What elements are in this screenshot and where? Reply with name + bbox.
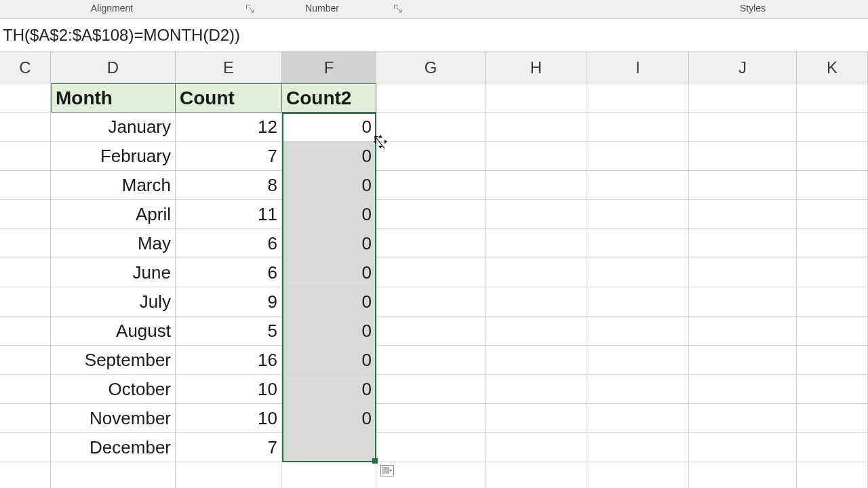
- cell-I14[interactable]: [587, 462, 689, 488]
- cell-count[interactable]: 8: [176, 171, 282, 200]
- cell-C14[interactable]: [0, 462, 51, 488]
- cell-K3[interactable]: [797, 142, 868, 171]
- cell-count[interactable]: 6: [176, 229, 282, 258]
- cell-G5[interactable]: [376, 200, 486, 229]
- cell-count2[interactable]: 0: [282, 317, 376, 346]
- cell-K10[interactable]: [797, 346, 868, 375]
- cell-J4[interactable]: [689, 171, 797, 200]
- cell-count[interactable]: 12: [176, 113, 282, 142]
- cell-I2[interactable]: [587, 113, 689, 142]
- cell-G12[interactable]: [376, 404, 486, 433]
- cell-K2[interactable]: [797, 113, 868, 142]
- cell-I6[interactable]: [587, 229, 689, 258]
- number-dialog-launcher-icon[interactable]: [393, 4, 403, 14]
- cell-K6[interactable]: [797, 229, 868, 258]
- cell-I12[interactable]: [587, 404, 689, 433]
- cell-count2[interactable]: 0: [282, 375, 376, 404]
- cell-K11[interactable]: [797, 375, 868, 404]
- cell-K8[interactable]: [797, 287, 868, 317]
- cell-G2[interactable]: [376, 113, 486, 142]
- cell-J13[interactable]: [689, 433, 797, 462]
- cell-H13[interactable]: [486, 433, 587, 462]
- cell-K4[interactable]: [797, 171, 868, 200]
- cell-I8[interactable]: [587, 287, 689, 317]
- column-header-K[interactable]: K: [797, 52, 868, 83]
- cell-G3[interactable]: [376, 142, 486, 171]
- spreadsheet-grid[interactable]: CDEFGHIJK MonthCountCount2January120Febr…: [0, 52, 868, 488]
- cell-C8[interactable]: [0, 287, 51, 317]
- cell-D14[interactable]: [51, 462, 176, 488]
- cell-I10[interactable]: [587, 346, 689, 375]
- column-header-C[interactable]: C: [0, 52, 51, 83]
- cell-I13[interactable]: [587, 433, 689, 462]
- cell-G11[interactable]: [376, 375, 486, 404]
- cell-count2[interactable]: 0: [282, 346, 376, 375]
- cell-count[interactable]: 16: [176, 346, 282, 375]
- cell-G6[interactable]: [376, 229, 486, 258]
- cell-I4[interactable]: [587, 171, 689, 200]
- cell-K13[interactable]: [797, 433, 868, 462]
- cell-count[interactable]: 5: [176, 317, 282, 346]
- cell-month[interactable]: July: [51, 287, 176, 317]
- cell-month[interactable]: March: [51, 171, 176, 200]
- cell-count2[interactable]: 0: [282, 287, 376, 317]
- cell-G4[interactable]: [376, 171, 486, 200]
- formula-bar[interactable]: TH($A$2:$A$108)=MONTH(D2)): [0, 19, 868, 52]
- cell-I5[interactable]: [587, 200, 689, 229]
- cell-month[interactable]: September: [51, 346, 176, 375]
- cell-J5[interactable]: [689, 200, 797, 229]
- column-header-G[interactable]: G: [376, 52, 486, 83]
- cell-I7[interactable]: [587, 258, 689, 287]
- cell-G13[interactable]: [376, 433, 486, 462]
- cell-K12[interactable]: [797, 404, 868, 433]
- cell-C11[interactable]: [0, 375, 51, 404]
- cell-C6[interactable]: [0, 229, 51, 258]
- cell-C9[interactable]: [0, 317, 51, 346]
- cell-J12[interactable]: [689, 404, 797, 433]
- column-header-F[interactable]: F: [282, 52, 376, 83]
- cell-H3[interactable]: [486, 142, 587, 171]
- cell-G8[interactable]: [376, 287, 486, 317]
- cell-month[interactable]: August: [51, 317, 176, 346]
- cell-K7[interactable]: [797, 258, 868, 287]
- cell-count[interactable]: 7: [176, 433, 282, 462]
- cell-H5[interactable]: [486, 200, 587, 229]
- cell-count[interactable]: 10: [176, 375, 282, 404]
- cell-H2[interactable]: [486, 113, 587, 142]
- cell-month[interactable]: June: [51, 258, 176, 287]
- cell-H8[interactable]: [486, 287, 587, 317]
- cell-E14[interactable]: [176, 462, 282, 488]
- cell-J10[interactable]: [689, 346, 797, 375]
- cell-count2[interactable]: 0: [282, 200, 376, 229]
- header-count[interactable]: Count: [176, 83, 282, 113]
- cell-J3[interactable]: [689, 142, 797, 171]
- cell-H1[interactable]: [486, 83, 587, 113]
- cell-C5[interactable]: [0, 200, 51, 229]
- cell-G10[interactable]: [376, 346, 486, 375]
- cell-J14[interactable]: [689, 462, 797, 488]
- cell-month[interactable]: April: [51, 200, 176, 229]
- cell-G1[interactable]: [376, 83, 486, 113]
- cell-count2[interactable]: 0: [282, 142, 376, 171]
- cell-count2[interactable]: [282, 433, 376, 462]
- column-header-J[interactable]: J: [689, 52, 797, 83]
- cell-C13[interactable]: [0, 433, 51, 462]
- column-header-E[interactable]: E: [176, 52, 282, 83]
- cell-count2[interactable]: 0: [282, 404, 376, 433]
- cell-H10[interactable]: [486, 346, 587, 375]
- cell-C3[interactable]: [0, 142, 51, 171]
- header-count2[interactable]: Count2: [282, 83, 376, 113]
- cell-H12[interactable]: [486, 404, 587, 433]
- cell-H7[interactable]: [486, 258, 587, 287]
- cell-J6[interactable]: [689, 229, 797, 258]
- cell-J9[interactable]: [689, 317, 797, 346]
- cell-C1[interactable]: [0, 83, 51, 113]
- cell-I9[interactable]: [587, 317, 689, 346]
- cell-count2[interactable]: 0: [282, 229, 376, 258]
- cell-I11[interactable]: [587, 375, 689, 404]
- cell-month[interactable]: October: [51, 375, 176, 404]
- cell-C7[interactable]: [0, 258, 51, 287]
- cell-C2[interactable]: [0, 113, 51, 142]
- cell-J11[interactable]: [689, 375, 797, 404]
- cell-H4[interactable]: [486, 171, 587, 200]
